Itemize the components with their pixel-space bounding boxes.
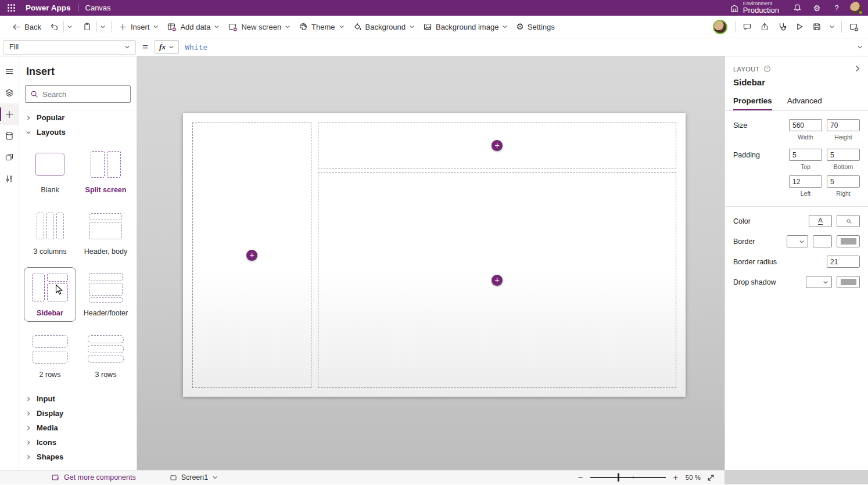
screen-artboard[interactable]: + + + — [183, 113, 686, 397]
formula-bar-expand-chevron[interactable] — [857, 44, 863, 50]
left-nav-rail — [0, 56, 19, 470]
undo-menu-button[interactable] — [64, 18, 75, 35]
category-display[interactable]: Display — [19, 406, 137, 421]
width-field[interactable] — [789, 119, 822, 131]
paste-menu-button[interactable] — [98, 18, 108, 35]
drop-shadow-row: Drop shadow — [733, 276, 860, 288]
app-checker-button[interactable] — [773, 18, 791, 35]
search-input[interactable] — [42, 90, 125, 99]
save-button[interactable] — [808, 18, 826, 35]
height-field[interactable] — [827, 119, 860, 131]
search-box[interactable] — [25, 85, 131, 103]
help-circle-icon[interactable]: ? — [763, 65, 771, 73]
layout-tile-2-rows[interactable]: 2 rows — [24, 329, 76, 383]
app-name: Power Apps — [26, 3, 71, 12]
fx-selector[interactable]: fx — [155, 40, 179, 54]
waffle-icon[interactable] — [0, 0, 22, 16]
app-checker-icon — [777, 22, 787, 31]
help-button[interactable]: ? — [827, 0, 847, 16]
settings-label: Settings — [528, 23, 555, 31]
insert-button[interactable]: Insert — [114, 18, 163, 35]
border-radius-field[interactable] — [827, 256, 860, 268]
settings-button[interactable]: ⚙ Settings — [512, 18, 558, 35]
layout-tile-header-footer[interactable]: Header/footer — [80, 267, 132, 322]
padding-right-field[interactable] — [827, 175, 860, 188]
category-shapes[interactable]: Shapes — [19, 450, 137, 464]
section-popular[interactable]: Popular — [19, 110, 137, 125]
zoom-slider-handle[interactable] — [618, 473, 620, 482]
tree-view-button[interactable] — [0, 82, 19, 103]
drop-shadow-dropdown[interactable] — [806, 276, 832, 288]
media-button[interactable] — [0, 146, 19, 168]
avatar[interactable] — [713, 20, 727, 34]
tile-label: Sidebar — [26, 309, 74, 317]
layout-tile-3-columns[interactable]: 3 columns — [24, 206, 76, 260]
insert-rail-button[interactable] — [0, 103, 19, 125]
category-media[interactable]: Media — [19, 421, 137, 435]
divider — [725, 110, 868, 111]
screen-icon — [170, 474, 177, 482]
font-color-button[interactable]: A — [809, 215, 832, 227]
settings-top-button[interactable]: ⚙ — [807, 0, 827, 16]
tab-properties[interactable]: Properties — [733, 96, 772, 110]
zoom-out-button[interactable]: − — [576, 473, 584, 482]
preview-button[interactable] — [791, 18, 808, 35]
paint-bucket-icon — [353, 22, 362, 31]
padding-left-field[interactable] — [789, 175, 822, 188]
layout-tile-header-body[interactable]: Header, body — [80, 206, 132, 260]
paste-button[interactable] — [78, 18, 96, 35]
layout-region-main[interactable]: + — [318, 172, 676, 388]
padding-top-field[interactable] — [789, 149, 822, 161]
layout-tile-blank[interactable]: Blank — [24, 144, 76, 199]
layout-region-header[interactable]: + — [318, 123, 676, 168]
undo-button[interactable] — [45, 18, 63, 35]
border-color-button[interactable] — [837, 235, 860, 247]
fill-color-button[interactable] — [837, 215, 860, 227]
data-button[interactable] — [0, 125, 19, 146]
collapse-panel-chevron[interactable] — [853, 64, 862, 73]
add-control-button[interactable]: + — [246, 250, 257, 261]
section-layouts[interactable]: Layouts — [19, 125, 137, 139]
layout-tile-3-rows[interactable]: 3 rows — [80, 329, 132, 383]
comments-button[interactable] — [738, 18, 756, 35]
zoom-controls: − + + 50 % — [576, 473, 715, 482]
category-input[interactable]: Input — [19, 391, 137, 406]
padding-bottom-field[interactable] — [827, 149, 860, 161]
category-icons[interactable]: Icons — [19, 435, 137, 450]
background-image-button[interactable]: Background image — [419, 18, 512, 35]
back-button[interactable]: Back — [8, 18, 45, 35]
theme-button[interactable]: Theme — [295, 18, 348, 35]
property-selector[interactable]: Fill — [3, 40, 136, 55]
new-screen-button[interactable]: New screen — [224, 18, 295, 35]
fit-to-window-icon[interactable] — [706, 473, 715, 482]
zoom-slider[interactable]: + — [590, 477, 666, 478]
add-control-button[interactable]: + — [492, 140, 503, 151]
zoom-in-button[interactable]: + — [672, 473, 680, 482]
publish-button[interactable] — [845, 18, 862, 35]
border-thickness-field[interactable] — [813, 235, 832, 247]
avatar[interactable] — [850, 2, 862, 14]
menu-button[interactable] — [0, 60, 19, 82]
advanced-tools-button[interactable] — [0, 168, 19, 189]
share-button[interactable] — [756, 18, 773, 35]
tab-advanced[interactable]: Advanced — [787, 96, 822, 110]
environment-picker[interactable]: Environment Production — [722, 0, 787, 16]
save-menu-button[interactable] — [826, 18, 838, 35]
layout-tile-sidebar[interactable]: Sidebar — [24, 267, 76, 322]
get-more-components-label: Get more components — [64, 473, 136, 482]
add-data-button[interactable]: Add data — [163, 18, 224, 35]
notifications-button[interactable] — [787, 0, 807, 16]
drop-shadow-color-button[interactable] — [837, 276, 860, 288]
layout-region-sidebar[interactable]: + — [192, 123, 311, 388]
size-row: Size Width Height — [733, 119, 860, 141]
color-row: Color A — [733, 215, 860, 227]
undo-icon — [49, 22, 59, 31]
formula-input[interactable]: White — [185, 43, 207, 52]
border-style-dropdown[interactable] — [787, 235, 808, 247]
layout-tile-split-screen[interactable]: Split screen — [80, 144, 132, 199]
border-color-swatch — [841, 238, 856, 245]
background-button[interactable]: Background — [349, 18, 419, 35]
add-control-button[interactable]: + — [492, 275, 503, 286]
screen-selector[interactable]: Screen1 — [170, 473, 218, 482]
get-more-components-button[interactable]: Get more components — [51, 473, 136, 482]
